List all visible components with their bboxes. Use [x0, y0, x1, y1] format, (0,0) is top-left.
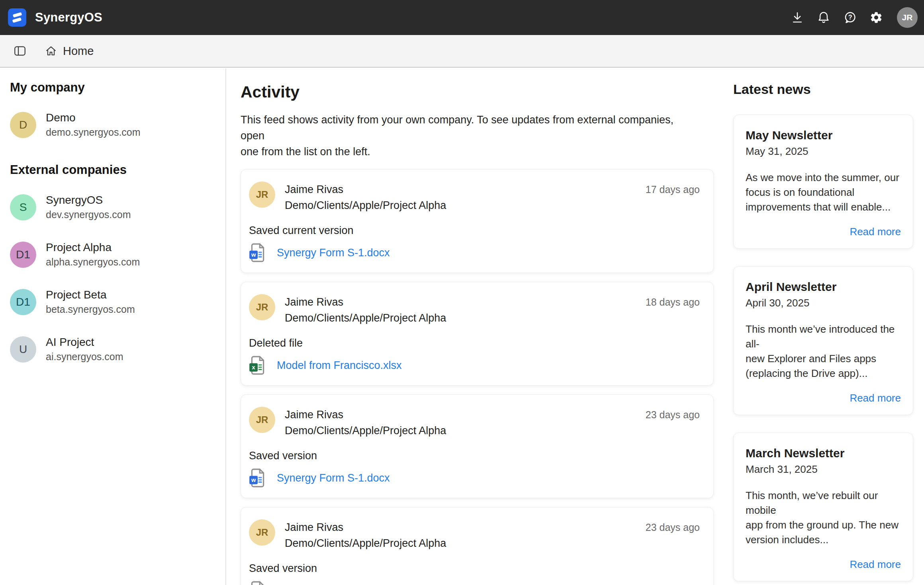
bell-icon[interactable] [816, 10, 831, 25]
file-link[interactable]: Synergy Form S-1.docx [277, 472, 390, 484]
activity-timestamp: 23 days ago [646, 522, 700, 551]
file-link[interactable]: Model from Francisco.xlsx [277, 359, 402, 372]
download-icon[interactable] [790, 10, 805, 25]
news-card-date: May 31, 2025 [746, 145, 901, 158]
news-card-title: March Newsletter [746, 447, 901, 460]
avatar: S [10, 194, 36, 220]
company-domain: ai.synergyos.com [46, 351, 123, 363]
avatar: D [10, 112, 36, 138]
read-more-link[interactable]: Read more [746, 392, 901, 404]
read-more-link[interactable]: Read more [746, 558, 901, 571]
company-name: Project Beta [46, 289, 135, 301]
help-icon[interactable]: ? [843, 10, 857, 25]
avatar: JR [249, 181, 275, 208]
news-card-date: March 31, 2025 [746, 463, 901, 476]
company-domain: beta.synergyos.com [46, 304, 135, 315]
file-link-row[interactable]: w Synergy Form S-1.docx [249, 243, 700, 262]
my-company-heading: My company [10, 80, 216, 95]
activity-feed: Activity This feed shows activity from y… [241, 68, 714, 585]
avatar: JR [249, 407, 275, 433]
news-card-april: April Newsletter April 30, 2025 This mon… [733, 266, 913, 415]
company-name: SynergyOS [46, 194, 131, 207]
avatar: JR [249, 294, 275, 320]
gear-icon[interactable] [869, 10, 883, 25]
activity-description: This feed shows activity from your own c… [241, 112, 695, 160]
home-icon [45, 45, 57, 57]
news-card-body: This month we’ve introduced the all- new… [746, 322, 901, 381]
activity-path: Demo/Clients/Apple/Project Alpha [285, 423, 446, 439]
file-link-row[interactable]: w Synergy Form S-1.docx [249, 468, 700, 488]
word-file-icon: w [249, 581, 266, 585]
actor-name: Jaime Rivas [285, 519, 446, 535]
svg-text:?: ? [848, 14, 852, 21]
sidebar-item-project-beta[interactable]: D1 Project Beta beta.synergyos.com [10, 289, 216, 315]
activity-card: JR Jaime Rivas Demo/Clients/Apple/Projec… [241, 282, 714, 386]
activity-action: Deleted file [249, 337, 700, 349]
actor-name: Jaime Rivas [285, 407, 446, 423]
svg-text:x: x [252, 364, 256, 370]
activity-timestamp: 23 days ago [646, 409, 700, 439]
activity-action: Saved version [249, 562, 700, 575]
activity-card: JR Jaime Rivas Demo/Clients/Apple/Projec… [241, 394, 714, 498]
latest-news-panel: Latest news May Newsletter May 31, 2025 … [733, 68, 913, 581]
home-label: Home [63, 45, 94, 58]
user-avatar[interactable]: JR [897, 7, 918, 28]
activity-path: Demo/Clients/Apple/Project Alpha [285, 310, 446, 326]
sidebar-toggle-icon[interactable] [12, 43, 28, 59]
news-card-body: This month, we’ve rebuilt our mobile app… [746, 488, 901, 547]
activity-title: Activity [241, 83, 714, 101]
news-card-date: April 30, 2025 [746, 297, 901, 309]
sidebar-item-project-alpha[interactable]: D1 Project Alpha alpha.synergyos.com [10, 241, 216, 268]
breadcrumb-bar: Home [0, 35, 924, 68]
app-title: SynergyOS [35, 10, 102, 25]
sidebar-item-demo[interactable]: D Demo demo.synergyos.com [10, 111, 216, 138]
news-card-title: May Newsletter [746, 129, 901, 142]
svg-text:w: w [251, 252, 256, 258]
breadcrumb-home[interactable]: Home [45, 45, 94, 58]
file-link-row[interactable]: w Synergy Form S-1.docx [249, 581, 700, 585]
company-domain: demo.synergyos.com [46, 127, 141, 138]
company-name: Project Alpha [46, 241, 140, 254]
latest-news-heading: Latest news [733, 82, 913, 97]
activity-timestamp: 18 days ago [646, 296, 700, 326]
activity-action: Saved version [249, 450, 700, 462]
read-more-link[interactable]: Read more [746, 226, 901, 238]
company-name: AI Project [46, 336, 123, 349]
synergyos-logo-icon [8, 8, 26, 27]
actor-name: Jaime Rivas [285, 294, 446, 310]
word-file-icon: w [249, 243, 266, 262]
companies-sidebar: My company D Demo demo.synergyos.com Ext… [0, 68, 226, 585]
file-link-row[interactable]: x Model from Francisco.xlsx [249, 356, 700, 375]
word-file-icon: w [249, 468, 266, 488]
top-app-bar: SynergyOS ? JR [0, 0, 924, 35]
sidebar-item-synergyos[interactable]: S SynergyOS dev.synergyos.com [10, 194, 216, 220]
activity-action: Saved current version [249, 224, 700, 237]
avatar: D1 [10, 289, 36, 315]
file-link[interactable]: Synergy Form S-1.docx [277, 247, 390, 259]
company-domain: dev.synergyos.com [46, 209, 131, 220]
svg-text:w: w [251, 477, 256, 483]
activity-path: Demo/Clients/Apple/Project Alpha [285, 197, 446, 213]
avatar: D1 [10, 242, 36, 268]
activity-card: JR Jaime Rivas Demo/Clients/Apple/Projec… [241, 507, 714, 585]
news-card-may: May Newsletter May 31, 2025 As we move i… [733, 115, 913, 249]
actor-name: Jaime Rivas [285, 181, 446, 197]
news-card-march: March Newsletter March 31, 2025 This mon… [733, 433, 913, 581]
news-card-title: April Newsletter [746, 280, 901, 294]
avatar: JR [249, 519, 275, 546]
sidebar-item-ai-project[interactable]: U AI Project ai.synergyos.com [10, 336, 216, 363]
topbar-actions: ? JR [790, 7, 918, 28]
avatar: U [10, 336, 36, 363]
activity-timestamp: 17 days ago [646, 184, 700, 213]
company-name: Demo [46, 111, 141, 124]
excel-file-icon: x [249, 356, 266, 375]
news-card-body: As we move into the summer, our focus is… [746, 170, 901, 214]
company-domain: alpha.synergyos.com [46, 256, 140, 268]
activity-path: Demo/Clients/Apple/Project Alpha [285, 535, 446, 551]
external-companies-heading: External companies [10, 163, 216, 177]
activity-card: JR Jaime Rivas Demo/Clients/Apple/Projec… [241, 169, 714, 273]
